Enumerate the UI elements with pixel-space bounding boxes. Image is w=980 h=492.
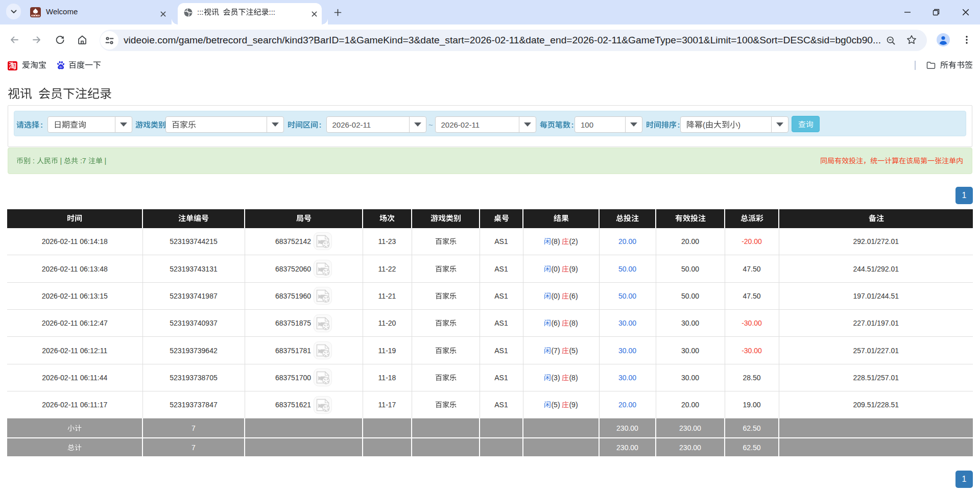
svg-text:du: du	[59, 65, 62, 68]
